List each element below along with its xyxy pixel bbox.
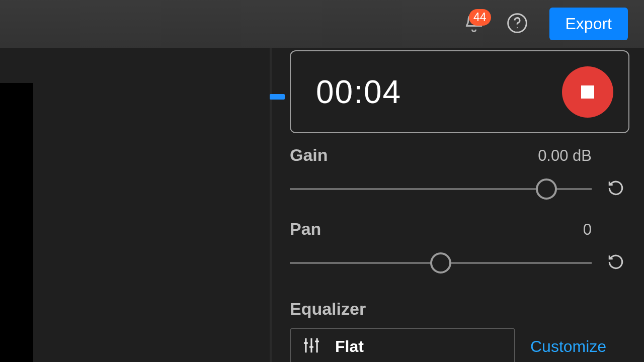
equalizer-customize-link[interactable]: Customize [530,337,606,356]
pan-reset-button[interactable] [606,253,626,273]
equalizer-section: Equalizer [290,299,632,362]
notifications-button[interactable]: 44 [463,12,485,36]
gain-reset-button[interactable] [606,179,626,199]
playhead-marker[interactable] [270,94,285,100]
pan-slider-thumb[interactable] [430,252,451,274]
app-root: 44 Export 00:04 [0,0,644,362]
undo-icon [606,178,625,200]
gain-slider[interactable] [290,183,592,196]
help-icon [506,12,528,36]
help-button[interactable] [506,13,528,35]
pan-control: Pan 0 [290,219,632,273]
equalizer-label: Equalizer [290,299,632,319]
equalizer-preset-name: Flat [335,337,364,356]
stop-icon [581,85,594,99]
equalizer-preset-select[interactable]: Flat [290,328,515,362]
gain-control: Gain 0.00 dB [290,145,632,199]
svg-point-1 [516,27,517,28]
timeline-strip [0,83,33,362]
equalizer-icon [302,336,321,357]
gain-label: Gain [290,145,328,165]
gain-slider-thumb[interactable] [536,178,557,200]
undo-icon [606,252,625,274]
recorder-card: 00:04 [290,50,629,133]
pan-slider[interactable] [290,256,592,269]
gain-value: 0.00 dB [538,147,592,165]
notification-badge: 44 [469,9,491,26]
pan-label: Pan [290,219,321,239]
export-button[interactable]: Export [549,8,628,40]
pan-value: 0 [583,221,592,239]
editor-area: 00:04 Gain 0.00 dB [0,48,644,362]
audio-properties-panel: 00:04 Gain 0.00 dB [290,48,632,362]
top-bar: 44 Export [0,0,644,48]
recording-time: 00:04 [316,73,401,111]
stop-recording-button[interactable] [562,66,613,118]
